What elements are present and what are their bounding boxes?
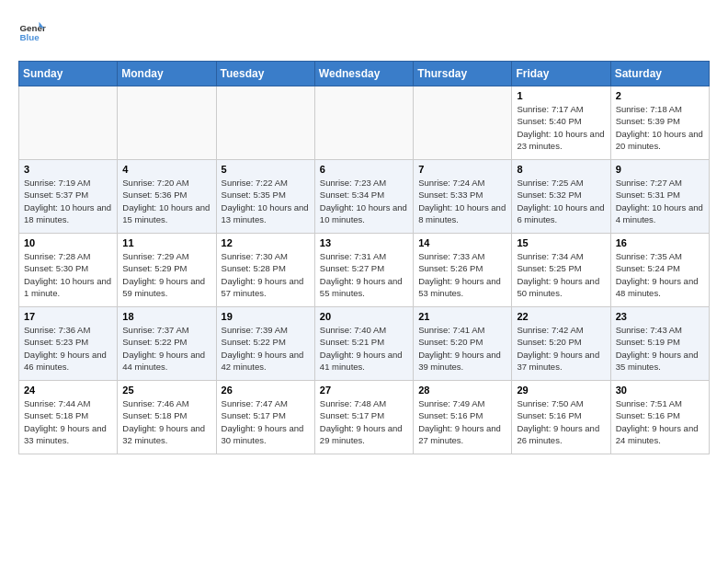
day-number: 24 bbox=[24, 385, 112, 396]
day-number: 28 bbox=[418, 385, 506, 396]
calendar-cell: 27Sunrise: 7:48 AM Sunset: 5:17 PM Dayli… bbox=[314, 381, 413, 454]
day-number: 26 bbox=[222, 385, 310, 396]
day-number: 12 bbox=[222, 237, 310, 248]
day-number: 17 bbox=[24, 311, 112, 322]
day-info: Sunrise: 7:36 AM Sunset: 5:23 PM Dayligh… bbox=[24, 324, 112, 373]
calendar-cell bbox=[414, 86, 512, 160]
day-number: 22 bbox=[517, 311, 605, 322]
calendar-cell: 21Sunrise: 7:41 AM Sunset: 5:20 PM Dayli… bbox=[414, 307, 512, 381]
svg-text:Blue: Blue bbox=[20, 32, 40, 42]
day-info: Sunrise: 7:31 AM Sunset: 5:27 PM Dayligh… bbox=[320, 250, 408, 299]
calendar-week-row: 10Sunrise: 7:28 AM Sunset: 5:30 PM Dayli… bbox=[19, 234, 710, 307]
calendar-cell: 29Sunrise: 7:50 AM Sunset: 5:16 PM Dayli… bbox=[512, 381, 610, 454]
day-info: Sunrise: 7:42 AM Sunset: 5:20 PM Dayligh… bbox=[517, 324, 605, 373]
day-info: Sunrise: 7:46 AM Sunset: 5:18 PM Dayligh… bbox=[122, 397, 210, 446]
calendar-week-row: 1Sunrise: 7:17 AM Sunset: 5:40 PM Daylig… bbox=[19, 86, 710, 160]
day-number: 13 bbox=[320, 237, 408, 248]
weekday-header: Sunday bbox=[19, 62, 118, 86]
calendar-week-row: 17Sunrise: 7:36 AM Sunset: 5:23 PM Dayli… bbox=[19, 307, 710, 381]
day-number: 6 bbox=[320, 164, 408, 175]
weekday-header: Monday bbox=[118, 62, 216, 86]
day-info: Sunrise: 7:41 AM Sunset: 5:20 PM Dayligh… bbox=[418, 324, 506, 373]
calendar-cell: 13Sunrise: 7:31 AM Sunset: 5:27 PM Dayli… bbox=[314, 234, 413, 307]
day-info: Sunrise: 7:43 AM Sunset: 5:19 PM Dayligh… bbox=[616, 324, 704, 373]
calendar-cell: 4Sunrise: 7:20 AM Sunset: 5:36 PM Daylig… bbox=[118, 160, 216, 234]
calendar-week-row: 24Sunrise: 7:44 AM Sunset: 5:18 PM Dayli… bbox=[19, 381, 710, 454]
day-info: Sunrise: 7:50 AM Sunset: 5:16 PM Dayligh… bbox=[517, 397, 605, 446]
calendar-cell: 11Sunrise: 7:29 AM Sunset: 5:29 PM Dayli… bbox=[118, 234, 216, 307]
day-info: Sunrise: 7:33 AM Sunset: 5:26 PM Dayligh… bbox=[418, 250, 506, 299]
logo-icon: General Blue bbox=[18, 18, 46, 46]
day-number: 9 bbox=[616, 164, 704, 175]
calendar-cell bbox=[19, 86, 118, 160]
day-info: Sunrise: 7:49 AM Sunset: 5:16 PM Dayligh… bbox=[418, 397, 506, 446]
day-number: 21 bbox=[418, 311, 506, 322]
day-number: 20 bbox=[320, 311, 408, 322]
calendar-cell: 28Sunrise: 7:49 AM Sunset: 5:16 PM Dayli… bbox=[414, 381, 512, 454]
day-number: 3 bbox=[24, 164, 112, 175]
day-number: 15 bbox=[517, 237, 605, 248]
day-number: 1 bbox=[517, 90, 605, 101]
day-info: Sunrise: 7:27 AM Sunset: 5:31 PM Dayligh… bbox=[616, 177, 704, 225]
calendar-cell: 3Sunrise: 7:19 AM Sunset: 5:37 PM Daylig… bbox=[19, 160, 118, 234]
day-number: 29 bbox=[517, 385, 605, 396]
calendar-cell: 14Sunrise: 7:33 AM Sunset: 5:26 PM Dayli… bbox=[414, 234, 512, 307]
day-info: Sunrise: 7:39 AM Sunset: 5:22 PM Dayligh… bbox=[222, 324, 310, 373]
calendar-week-row: 3Sunrise: 7:19 AM Sunset: 5:37 PM Daylig… bbox=[19, 160, 710, 234]
day-info: Sunrise: 7:19 AM Sunset: 5:37 PM Dayligh… bbox=[24, 177, 112, 225]
day-number: 30 bbox=[616, 385, 704, 396]
day-number: 8 bbox=[517, 164, 605, 175]
day-info: Sunrise: 7:44 AM Sunset: 5:18 PM Dayligh… bbox=[24, 397, 112, 446]
day-info: Sunrise: 7:29 AM Sunset: 5:29 PM Dayligh… bbox=[122, 250, 210, 299]
day-number: 5 bbox=[222, 164, 310, 175]
calendar-cell: 12Sunrise: 7:30 AM Sunset: 5:28 PM Dayli… bbox=[216, 234, 314, 307]
day-info: Sunrise: 7:17 AM Sunset: 5:40 PM Dayligh… bbox=[517, 103, 605, 152]
day-number: 7 bbox=[418, 164, 506, 175]
day-info: Sunrise: 7:48 AM Sunset: 5:17 PM Dayligh… bbox=[320, 397, 408, 446]
day-info: Sunrise: 7:28 AM Sunset: 5:30 PM Dayligh… bbox=[24, 250, 112, 299]
calendar-cell: 15Sunrise: 7:34 AM Sunset: 5:25 PM Dayli… bbox=[512, 234, 610, 307]
day-number: 10 bbox=[24, 237, 112, 248]
weekday-header: Saturday bbox=[610, 62, 709, 86]
calendar-table: SundayMondayTuesdayWednesdayThursdayFrid… bbox=[18, 61, 710, 454]
calendar-cell: 18Sunrise: 7:37 AM Sunset: 5:22 PM Dayli… bbox=[118, 307, 216, 381]
logo: General Blue bbox=[18, 18, 50, 46]
day-number: 2 bbox=[616, 90, 704, 101]
weekday-header-row: SundayMondayTuesdayWednesdayThursdayFrid… bbox=[19, 62, 710, 86]
calendar-cell: 20Sunrise: 7:40 AM Sunset: 5:21 PM Dayli… bbox=[314, 307, 413, 381]
calendar-cell: 2Sunrise: 7:18 AM Sunset: 5:39 PM Daylig… bbox=[610, 86, 709, 160]
calendar-cell bbox=[118, 86, 216, 160]
calendar-cell: 7Sunrise: 7:24 AM Sunset: 5:33 PM Daylig… bbox=[414, 160, 512, 234]
weekday-header: Friday bbox=[512, 62, 610, 86]
calendar-cell: 6Sunrise: 7:23 AM Sunset: 5:34 PM Daylig… bbox=[314, 160, 413, 234]
day-info: Sunrise: 7:30 AM Sunset: 5:28 PM Dayligh… bbox=[222, 250, 310, 299]
day-info: Sunrise: 7:24 AM Sunset: 5:33 PM Dayligh… bbox=[418, 177, 506, 225]
calendar-cell: 25Sunrise: 7:46 AM Sunset: 5:18 PM Dayli… bbox=[118, 381, 216, 454]
day-info: Sunrise: 7:51 AM Sunset: 5:16 PM Dayligh… bbox=[616, 397, 704, 446]
day-info: Sunrise: 7:34 AM Sunset: 5:25 PM Dayligh… bbox=[517, 250, 605, 299]
day-info: Sunrise: 7:20 AM Sunset: 5:36 PM Dayligh… bbox=[122, 177, 210, 225]
day-number: 23 bbox=[616, 311, 704, 322]
day-number: 11 bbox=[122, 237, 210, 248]
day-number: 4 bbox=[122, 164, 210, 175]
day-number: 16 bbox=[616, 237, 704, 248]
calendar-cell: 8Sunrise: 7:25 AM Sunset: 5:32 PM Daylig… bbox=[512, 160, 610, 234]
calendar-cell: 1Sunrise: 7:17 AM Sunset: 5:40 PM Daylig… bbox=[512, 86, 610, 160]
calendar-cell: 26Sunrise: 7:47 AM Sunset: 5:17 PM Dayli… bbox=[216, 381, 314, 454]
calendar-cell: 16Sunrise: 7:35 AM Sunset: 5:24 PM Dayli… bbox=[610, 234, 709, 307]
calendar-cell: 5Sunrise: 7:22 AM Sunset: 5:35 PM Daylig… bbox=[216, 160, 314, 234]
weekday-header: Wednesday bbox=[314, 62, 413, 86]
calendar-cell: 9Sunrise: 7:27 AM Sunset: 5:31 PM Daylig… bbox=[610, 160, 709, 234]
calendar-cell: 17Sunrise: 7:36 AM Sunset: 5:23 PM Dayli… bbox=[19, 307, 118, 381]
day-number: 18 bbox=[122, 311, 210, 322]
calendar-cell: 30Sunrise: 7:51 AM Sunset: 5:16 PM Dayli… bbox=[610, 381, 709, 454]
day-number: 27 bbox=[320, 385, 408, 396]
day-info: Sunrise: 7:47 AM Sunset: 5:17 PM Dayligh… bbox=[222, 397, 310, 446]
page-header: General Blue bbox=[18, 18, 710, 46]
calendar-cell: 10Sunrise: 7:28 AM Sunset: 5:30 PM Dayli… bbox=[19, 234, 118, 307]
calendar-cell: 23Sunrise: 7:43 AM Sunset: 5:19 PM Dayli… bbox=[610, 307, 709, 381]
calendar-cell bbox=[216, 86, 314, 160]
day-number: 14 bbox=[418, 237, 506, 248]
day-info: Sunrise: 7:22 AM Sunset: 5:35 PM Dayligh… bbox=[222, 177, 310, 225]
calendar-cell: 22Sunrise: 7:42 AM Sunset: 5:20 PM Dayli… bbox=[512, 307, 610, 381]
